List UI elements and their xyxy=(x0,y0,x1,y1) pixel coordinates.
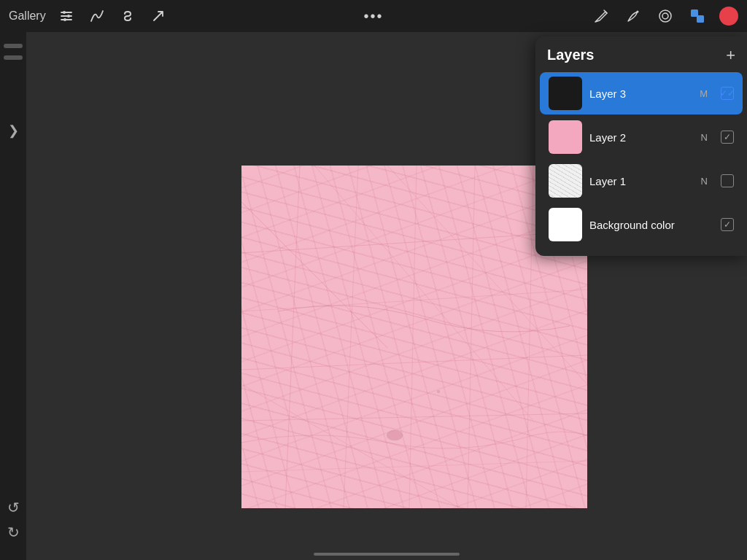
layer-1-visibility-checkbox[interactable] xyxy=(721,174,734,187)
svg-line-11 xyxy=(241,413,587,421)
eraser-tool-button[interactable] xyxy=(655,6,676,26)
svg-line-18 xyxy=(241,202,387,348)
add-layer-button[interactable]: + xyxy=(726,47,735,63)
layer-2-visibility-checkbox[interactable] xyxy=(721,131,734,144)
svg-point-0 xyxy=(63,11,66,14)
layer-3-mode: M xyxy=(700,88,708,99)
svg-point-1 xyxy=(67,15,70,18)
svg-line-19 xyxy=(314,166,533,421)
redo-button[interactable]: ↻ xyxy=(7,524,20,541)
layer-item-2[interactable]: Layer 2 N xyxy=(540,116,743,158)
svg-point-5 xyxy=(662,13,668,19)
layers-panel-title: Layers xyxy=(547,47,595,63)
svg-line-21 xyxy=(241,384,460,508)
brush-opacity-slider[interactable] xyxy=(4,55,23,60)
toolbar-center: ••• xyxy=(363,8,383,25)
layer-item-1[interactable]: Layer 1 N xyxy=(540,160,743,202)
undo-button[interactable]: ↺ xyxy=(7,499,20,516)
svg-line-9 xyxy=(241,289,587,311)
transform-icon[interactable] xyxy=(148,6,169,26)
svg-line-17 xyxy=(526,166,533,508)
layer-2-mode: N xyxy=(701,132,708,143)
svg-line-13 xyxy=(285,166,300,508)
layer-2-name: Layer 2 xyxy=(589,131,694,144)
background-color-thumbnail xyxy=(549,208,582,241)
svg-point-23 xyxy=(386,429,403,441)
layer-3-visibility-checkbox[interactable]: ✓ xyxy=(721,87,734,100)
layer-3-thumbnail xyxy=(549,77,582,110)
toolbar-right xyxy=(591,6,738,26)
layer-3-name: Layer 3 xyxy=(589,88,692,100)
svg-point-2 xyxy=(63,18,66,21)
left-sidebar: ❯ ↺ ↻ xyxy=(0,32,26,560)
background-color-name: Background color xyxy=(589,219,700,231)
svg-point-4 xyxy=(659,10,671,22)
svg-line-12 xyxy=(241,461,587,472)
color-picker-button[interactable] xyxy=(719,7,738,26)
layer-2-thumbnail xyxy=(549,120,582,154)
pen-tool-button[interactable] xyxy=(623,6,643,26)
svg-line-14 xyxy=(344,166,358,508)
svg-point-3 xyxy=(637,11,639,13)
canvas-scrollbar[interactable] xyxy=(314,553,460,556)
svg-rect-7 xyxy=(697,15,704,23)
svg-line-16 xyxy=(468,166,475,508)
svg-line-10 xyxy=(241,355,587,370)
more-options-button[interactable]: ••• xyxy=(363,8,383,25)
background-visibility-checkbox[interactable] xyxy=(721,218,734,231)
layer-item-3[interactable]: Layer 3 M ✓ xyxy=(540,72,743,114)
layers-panel: Layers + Layer 3 M ✓ Layer 2 N Layer 1 N… xyxy=(535,36,747,256)
svg-line-15 xyxy=(409,166,417,508)
sidebar-toggle-button[interactable]: ❯ xyxy=(8,122,19,139)
gallery-button[interactable]: Gallery xyxy=(9,9,46,23)
layer-1-mode: N xyxy=(701,176,708,187)
top-toolbar: Gallery xyxy=(0,0,747,32)
layers-panel-header: Layers + xyxy=(535,36,747,71)
layers-panel-button[interactable] xyxy=(687,6,708,26)
layer-1-thumbnail xyxy=(549,164,582,198)
liquify-icon[interactable] xyxy=(117,6,138,26)
layer-1-name: Layer 1 xyxy=(589,175,694,187)
adjust-icon[interactable] xyxy=(56,6,77,26)
pencil-tool-button[interactable] xyxy=(591,6,611,26)
svg-point-22 xyxy=(436,389,441,394)
brush-size-slider[interactable] xyxy=(4,44,23,48)
layer-item-background[interactable]: Background color xyxy=(540,203,743,246)
curve-icon[interactable] xyxy=(87,6,107,26)
toolbar-left: Gallery xyxy=(9,6,169,26)
